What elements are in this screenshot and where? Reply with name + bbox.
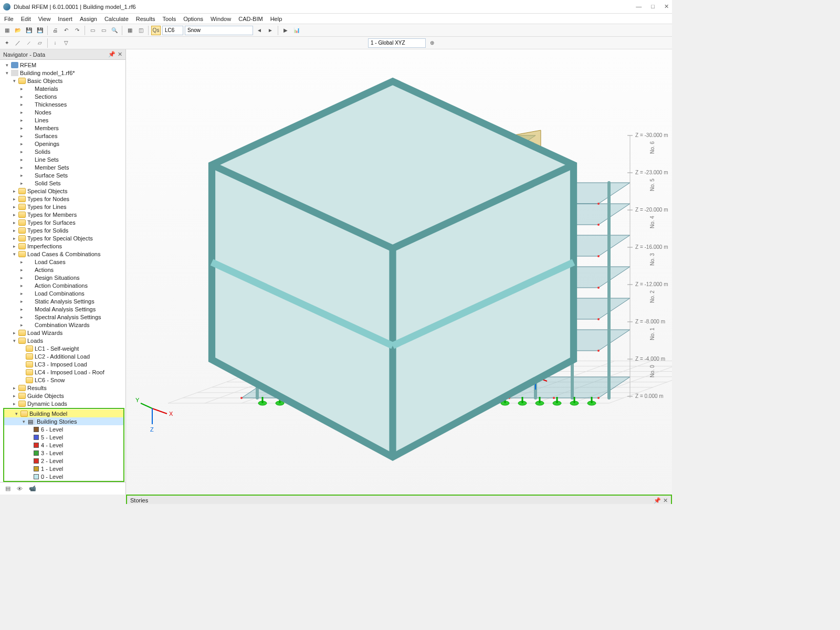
tree-combination-wizards[interactable]: ▸Combination Wizards <box>2 321 125 329</box>
tree-0-level[interactable]: 0 - Level <box>4 472 123 480</box>
nav-tab-data-icon[interactable]: ▤ <box>5 485 10 492</box>
tree-design-situations[interactable]: ▸Design Situations <box>2 274 125 281</box>
menu-options[interactable]: Options <box>183 16 203 22</box>
tree-1-level[interactable]: 1 - Level <box>4 465 123 472</box>
view2-icon[interactable]: ▭ <box>99 26 108 35</box>
tree-basic-objects[interactable]: ▾Basic Objects <box>2 77 125 85</box>
zoom-icon[interactable]: 🔍 <box>110 26 119 35</box>
tree-surfaces[interactable]: ▸Surfaces <box>2 132 125 140</box>
redo-icon[interactable]: ↷ <box>72 26 82 35</box>
tree-2-level[interactable]: 2 - Level <box>4 457 123 465</box>
support-tool-icon[interactable]: ▽ <box>61 38 71 48</box>
tree-nodes[interactable]: ▸Nodes <box>2 108 125 116</box>
tree-rfem[interactable]: ▾RFEM <box>2 61 125 69</box>
tree-dynamic-loads[interactable]: ▸Dynamic Loads <box>2 400 125 407</box>
tree-results[interactable]: ▸Results <box>2 384 125 392</box>
member-tool-icon[interactable]: ⟋ <box>24 38 34 48</box>
tree-loads[interactable]: ▾Loads <box>2 337 125 344</box>
menu-calculate[interactable]: Calculate <box>104 16 129 22</box>
load-tool-icon[interactable]: ↓ <box>50 38 60 48</box>
node-tool-icon[interactable]: ✦ <box>2 38 12 48</box>
next-icon[interactable]: ► <box>266 26 275 35</box>
cs-icon[interactable]: ⊕ <box>427 38 437 48</box>
pin-icon[interactable]: 📌 <box>108 51 116 58</box>
menu-file[interactable]: File <box>4 16 14 22</box>
tree-types-for-nodes[interactable]: ▸Types for Nodes <box>2 195 125 203</box>
ortho-icon[interactable]: ◫ <box>136 26 145 35</box>
tree-solids[interactable]: ▸Solids <box>2 148 125 155</box>
tree-solid-sets[interactable]: ▸Solid Sets <box>2 179 125 187</box>
new-icon[interactable]: ▦ <box>2 26 12 35</box>
menu-view[interactable]: View <box>38 16 51 22</box>
open-icon[interactable]: 📂 <box>13 26 23 35</box>
tree-4-level[interactable]: 4 - Level <box>4 441 123 449</box>
tree-5-level[interactable]: 5 - Level <box>4 433 123 441</box>
view-cube[interactable] <box>120 54 666 499</box>
tree-openings[interactable]: ▸Openings <box>2 140 125 148</box>
prev-icon[interactable]: ◄ <box>255 26 264 35</box>
tree-member-sets[interactable]: ▸Member Sets <box>2 163 125 171</box>
tree-types-for-members[interactable]: ▸Types for Members <box>2 211 125 218</box>
menu-insert[interactable]: Insert <box>58 16 72 22</box>
tree-3-level[interactable]: 3 - Level <box>4 449 123 457</box>
line-tool-icon[interactable]: ／ <box>13 38 23 48</box>
grid-icon[interactable]: ▦ <box>125 26 134 35</box>
tree-types-for-surfaces[interactable]: ▸Types for Surfaces <box>2 218 125 226</box>
menu-window[interactable]: Window <box>211 16 231 22</box>
tree-lines[interactable]: ▸Lines <box>2 116 125 124</box>
nav-tab-views-icon[interactable]: 📹 <box>29 485 36 492</box>
tree-spectral-analysis-settings[interactable]: ▸Spectral Analysis Settings <box>2 313 125 321</box>
tree-types-for-lines[interactable]: ▸Types for Lines <box>2 203 125 211</box>
tree-load-combinations[interactable]: ▸Load Combinations <box>2 289 125 297</box>
tree-load-cases-combinations[interactable]: ▾Load Cases & Combinations <box>2 250 125 258</box>
undo-icon[interactable]: ↶ <box>61 26 71 35</box>
tree-lc2-additional-load[interactable]: LC2 - Additional Load <box>2 352 125 360</box>
tree-static-analysis-settings[interactable]: ▸Static Analysis Settings <box>2 297 125 305</box>
navigator-tree[interactable]: ▾RFEM▾Building model_1.rf6*▾Basic Object… <box>0 60 125 482</box>
tree-actions[interactable]: ▸Actions <box>2 266 125 274</box>
menu-edit[interactable]: Edit <box>21 16 31 22</box>
tree-types-for-special-objects[interactable]: ▸Types for Special Objects <box>2 234 125 242</box>
lc-name-input[interactable] <box>185 26 253 35</box>
tree-surface-sets[interactable]: ▸Surface Sets <box>2 171 125 179</box>
results-icon[interactable]: 📊 <box>292 26 301 35</box>
tree-line-sets[interactable]: ▸Line Sets <box>2 155 125 163</box>
tree-action-combinations[interactable]: ▸Action Combinations <box>2 281 125 289</box>
tree-imperfections[interactable]: ▸Imperfections <box>2 242 125 250</box>
tree-materials[interactable]: ▸Materials <box>2 85 125 92</box>
tree-building-model[interactable]: ▾Building Model <box>4 410 123 417</box>
print-icon[interactable]: 🖨 <box>50 26 60 35</box>
menu-cad-bim[interactable]: CAD-BIM <box>238 16 262 22</box>
close-button[interactable]: ✕ <box>664 3 669 10</box>
tree-sections[interactable]: ▸Sections <box>2 92 125 100</box>
tree-load-cases[interactable]: ▸Load Cases <box>2 258 125 266</box>
tree-lc4-imposed-load-roof[interactable]: LC4 - Imposed Load - Roof <box>2 368 125 376</box>
tree-load-wizards[interactable]: ▸Load Wizards <box>2 329 125 337</box>
qs-badge[interactable]: Qs <box>151 26 161 35</box>
lc-code-input[interactable] <box>162 26 183 35</box>
model-viewport[interactable]: 170.025 t376.594 t437.860 t437.860 t437.… <box>126 49 672 495</box>
maximize-button[interactable]: □ <box>651 3 655 10</box>
tree-building-model-1-rf6-[interactable]: ▾Building model_1.rf6* <box>2 69 125 77</box>
menu-help[interactable]: Help <box>270 16 282 22</box>
calc-icon[interactable]: ▶ <box>281 26 290 35</box>
minimize-button[interactable]: — <box>636 3 642 10</box>
surface-tool-icon[interactable]: ▱ <box>35 38 45 48</box>
tree-modal-analysis-settings[interactable]: ▸Modal Analysis Settings <box>2 305 125 313</box>
menu-results[interactable]: Results <box>136 16 155 22</box>
save-icon[interactable]: 💾 <box>24 26 34 35</box>
tree-lc3-imposed-load[interactable]: LC3 - Imposed Load <box>2 360 125 368</box>
tree-thicknesses[interactable]: ▸Thicknesses <box>2 100 125 108</box>
tree-building-stories[interactable]: ▾▤Building Stories <box>4 417 123 425</box>
tree-members[interactable]: ▸Members <box>2 124 125 132</box>
nav-tab-display-icon[interactable]: 👁 <box>17 486 23 492</box>
tree-special-objects[interactable]: ▸Special Objects <box>2 187 125 195</box>
tree-types-for-solids[interactable]: ▸Types for Solids <box>2 226 125 234</box>
coord-system-select[interactable] <box>368 38 426 48</box>
view1-icon[interactable]: ▭ <box>88 26 97 35</box>
tree-lc6-snow[interactable]: LC6 - Snow <box>2 376 125 384</box>
saveas-icon[interactable]: 💾 <box>35 26 45 35</box>
tree-6-level[interactable]: 6 - Level <box>4 425 123 433</box>
tree-guide-objects[interactable]: ▸Guide Objects <box>2 392 125 400</box>
menu-assign[interactable]: Assign <box>80 16 97 22</box>
